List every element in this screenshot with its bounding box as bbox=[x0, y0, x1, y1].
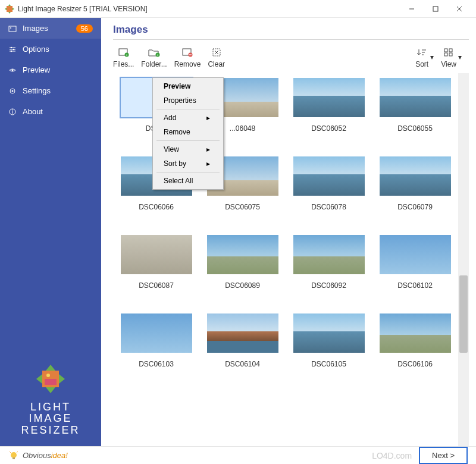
sidebar-item-label: Images bbox=[23, 24, 76, 33]
ctx-select-all[interactable]: Select All bbox=[154, 174, 222, 188]
view-button[interactable]: View ▾ bbox=[441, 46, 462, 68]
thumbnail-image bbox=[121, 235, 192, 274]
thumbnail-item[interactable]: DSC06092 bbox=[287, 231, 371, 308]
svg-point-15 bbox=[12, 90, 14, 92]
window-title: Light Image Resizer 5 [TRIAL VERSION] bbox=[18, 5, 400, 13]
chevron-right-icon: ▸ bbox=[206, 159, 210, 168]
ctx-remove[interactable]: Remove bbox=[154, 125, 222, 139]
brand-text: LIGHT IMAGE RESIZER bbox=[0, 402, 101, 437]
thumbnail-caption: DSC06079 bbox=[397, 203, 433, 211]
ctx-sort-by[interactable]: Sort by▸ bbox=[154, 156, 222, 171]
thumbnail-item[interactable]: DSC06078 bbox=[287, 153, 371, 229]
clear-icon bbox=[211, 46, 222, 59]
footer-brand[interactable]: Obviousidea! bbox=[23, 451, 68, 460]
settings-icon bbox=[8, 87, 17, 95]
svg-point-21 bbox=[46, 374, 50, 377]
thumbnail-item[interactable]: DSC06106 bbox=[373, 310, 457, 386]
svg-point-13 bbox=[12, 69, 14, 71]
ctx-sep bbox=[156, 140, 220, 141]
images-icon bbox=[8, 24, 17, 33]
folder-button[interactable]: + Folder... bbox=[141, 46, 167, 68]
thumbnail-image bbox=[207, 313, 278, 353]
svg-rect-0 bbox=[7, 6, 12, 12]
clear-button[interactable]: Clear bbox=[208, 46, 225, 68]
thumbnail-caption: DSC06105 bbox=[311, 360, 346, 368]
ctx-sep bbox=[156, 109, 220, 109]
thumbnail-caption: DSC06066 bbox=[139, 203, 174, 211]
thumbnail-item[interactable]: DSC06079 bbox=[373, 153, 457, 229]
svg-rect-41 bbox=[12, 457, 15, 459]
thumbnail-caption: DSC06075 bbox=[225, 203, 260, 211]
ctx-view[interactable]: View▸ bbox=[154, 142, 222, 156]
sidebar-item-preview[interactable]: Preview bbox=[0, 59, 101, 80]
ctx-preview[interactable]: Preview bbox=[154, 79, 222, 93]
remove-icon bbox=[181, 46, 193, 59]
caret-down-icon: ▾ bbox=[458, 53, 462, 61]
thumbnail-image bbox=[121, 313, 192, 353]
image-count-badge: 56 bbox=[76, 24, 93, 33]
svg-rect-38 bbox=[444, 53, 447, 56]
thumbnail-image bbox=[293, 313, 365, 353]
thumbnail-item[interactable]: DSC06052 bbox=[287, 74, 371, 151]
main-panel: Images + Files... + Folder... Remove Cle… bbox=[101, 18, 476, 446]
context-menu: Preview Properties Add▸ Remove View▸ Sor… bbox=[152, 77, 224, 190]
watermark: LO4D.com bbox=[372, 451, 412, 460]
ctx-properties[interactable]: Properties bbox=[154, 93, 222, 108]
toolbar: + Files... + Folder... Remove Clear Sort bbox=[113, 43, 469, 73]
svg-text:+: + bbox=[157, 53, 159, 57]
thumbnail-item[interactable]: DSC06087 bbox=[114, 231, 198, 308]
sidebar-item-label: Settings bbox=[23, 86, 93, 95]
thumbnail-item[interactable]: DSC06102 bbox=[373, 231, 457, 308]
app-icon bbox=[5, 4, 14, 14]
sidebar-item-settings[interactable]: Settings bbox=[0, 80, 101, 101]
svg-rect-20 bbox=[45, 379, 57, 385]
thumbnail-item[interactable]: DSC06089 bbox=[201, 231, 284, 308]
preview-icon bbox=[8, 66, 17, 74]
thumbnail-caption: DSC06055 bbox=[397, 124, 433, 133]
thumbnail-item[interactable]: DSC06055 bbox=[373, 74, 457, 151]
thumbnail-item[interactable]: DSC06104 bbox=[201, 310, 284, 386]
maximize-button[interactable] bbox=[424, 1, 447, 17]
sidebar-item-images[interactable]: Images 56 bbox=[0, 18, 101, 39]
thumbnail-caption: DSC06052 bbox=[311, 124, 346, 133]
svg-line-42 bbox=[10, 452, 11, 453]
sidebar-item-about[interactable]: About bbox=[0, 101, 101, 122]
options-icon bbox=[8, 45, 17, 54]
folder-icon: + bbox=[148, 46, 161, 59]
thumbnail-image bbox=[207, 235, 278, 274]
thumbnail-image bbox=[293, 235, 365, 274]
caret-down-icon: ▾ bbox=[430, 53, 434, 61]
thumbnail-image bbox=[293, 78, 365, 117]
thumbnail-item[interactable]: DSC06103 bbox=[114, 310, 198, 386]
thumbnail-image bbox=[380, 235, 451, 274]
sidebar-item-options[interactable]: Options bbox=[0, 39, 101, 59]
sidebar-item-label: Options bbox=[23, 45, 93, 54]
scrollbar-thumb[interactable] bbox=[459, 275, 468, 353]
svg-point-11 bbox=[13, 48, 14, 49]
thumbnail-caption: DSC06106 bbox=[397, 360, 433, 368]
files-icon: + bbox=[118, 46, 130, 59]
remove-button[interactable]: Remove bbox=[174, 46, 201, 68]
files-button[interactable]: + Files... bbox=[113, 46, 134, 68]
thumbnail-caption: DSC06102 bbox=[397, 281, 433, 290]
thumbnail-caption: DSC06089 bbox=[225, 281, 260, 290]
next-button[interactable]: Next > bbox=[419, 447, 468, 464]
about-icon bbox=[8, 108, 17, 116]
svg-rect-2 bbox=[433, 7, 438, 11]
thumbnail-caption: DSC06087 bbox=[139, 281, 174, 290]
minimize-button[interactable] bbox=[400, 1, 424, 17]
thumbnail-image bbox=[293, 156, 365, 196]
scrollbar[interactable] bbox=[458, 73, 469, 446]
ctx-add[interactable]: Add▸ bbox=[154, 111, 222, 125]
sort-button[interactable]: Sort ▾ bbox=[415, 46, 434, 68]
thumbnail-caption: DSC06092 bbox=[311, 281, 346, 290]
svg-point-10 bbox=[11, 46, 12, 48]
close-button[interactable] bbox=[447, 1, 471, 17]
footer: Obviousidea! LO4D.com Next > bbox=[0, 446, 476, 464]
chevron-right-icon: ▸ bbox=[206, 145, 210, 153]
chevron-right-icon: ▸ bbox=[206, 114, 210, 122]
thumbnail-image bbox=[380, 156, 451, 196]
sidebar-logo: LIGHT IMAGE RESIZER bbox=[0, 353, 101, 446]
thumbnail-item[interactable]: DSC06105 bbox=[287, 310, 371, 386]
lightbulb-icon bbox=[8, 450, 19, 461]
